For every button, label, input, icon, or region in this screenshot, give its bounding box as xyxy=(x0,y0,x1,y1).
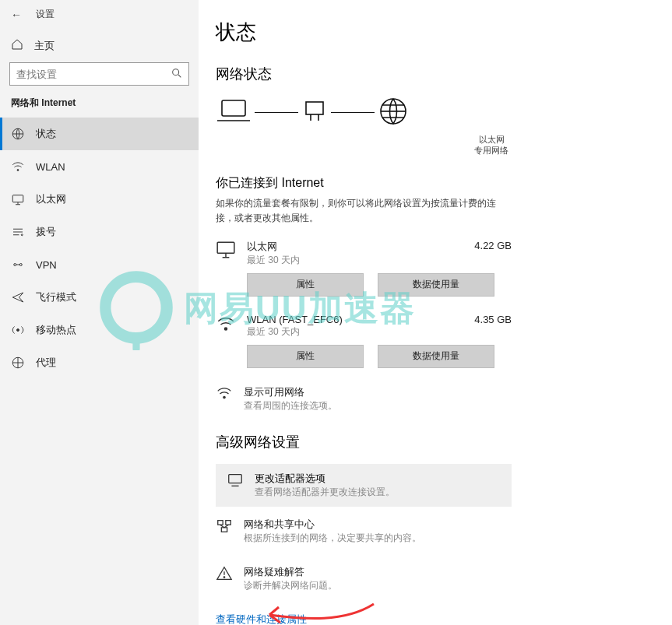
sidebar-item-label: 飞行模式 xyxy=(36,290,76,304)
hardware-link[interactable]: 查看硬件和连接属性 xyxy=(216,613,672,625)
connected-desc: 如果你的流量套餐有限制，则你可以将此网络设置为按流量计费的连接，或者更改其他属性… xyxy=(216,196,496,226)
back-icon[interactable]: ← xyxy=(11,9,22,21)
network-status-heading: 网络状态 xyxy=(216,65,672,83)
search-input[interactable] xyxy=(9,62,189,86)
svg-point-10 xyxy=(19,264,22,266)
sharing-center[interactable]: 网络和共享中心 根据所连接到的网络，决定要共享的内容。 xyxy=(216,518,672,545)
svg-rect-16 xyxy=(222,100,245,116)
wifi-icon xyxy=(11,160,25,174)
network-topology xyxy=(216,96,672,129)
show-available-networks[interactable]: 显示可用网络 查看周围的连接选项。 xyxy=(216,385,672,413)
ethernet-icon xyxy=(11,192,25,206)
adapter-icon xyxy=(227,472,244,491)
svg-rect-32 xyxy=(221,528,227,532)
main-content: 状态 网络状态 以太网 专用网络 你已连接到 Internet 如果你的流量套餐… xyxy=(199,0,672,625)
network-usage: 4.22 GB xyxy=(474,240,512,251)
topology-name: 以太网 xyxy=(311,134,672,145)
search-icon xyxy=(171,67,183,82)
svg-point-0 xyxy=(173,69,179,75)
troubleshoot[interactable]: 网络疑难解答 诊断并解决网络问题。 xyxy=(216,565,672,592)
adapter-options[interactable]: 更改适配器选项 查看网络适配器并更改连接设置。 xyxy=(216,464,512,507)
svg-point-27 xyxy=(223,396,225,398)
wifi-icon xyxy=(216,314,236,336)
link-desc: 查看周围的连接选项。 xyxy=(244,399,337,413)
link-title: 网络和共享中心 xyxy=(244,518,421,532)
sidebar-item-label: 状态 xyxy=(36,127,56,141)
network-sub: 最近 30 天内 xyxy=(247,254,463,267)
svg-rect-28 xyxy=(229,475,242,483)
svg-rect-23 xyxy=(217,242,234,253)
warning-icon xyxy=(216,565,233,592)
hotspot-icon xyxy=(11,323,25,337)
network-row-ethernet: 以太网 最近 30 天内 4.22 GB xyxy=(216,240,512,267)
link-desc: 根据所连接到的网络，决定要共享的内容。 xyxy=(244,532,421,545)
settings-sidebar: ← 设置 主页 网络和 Internet 状态 WLAN xyxy=(0,0,199,625)
svg-point-9 xyxy=(14,264,16,266)
sidebar-item-vpn[interactable]: VPN xyxy=(0,248,199,281)
window-title: 设置 xyxy=(36,8,55,21)
link-desc: 查看网络适配器并更改连接设置。 xyxy=(255,486,395,499)
monitor-icon xyxy=(216,240,236,262)
sidebar-item-hotspot[interactable]: 移动热点 xyxy=(0,314,199,346)
svg-rect-5 xyxy=(12,195,23,202)
home-icon xyxy=(11,38,23,53)
properties-button[interactable]: 属性 xyxy=(247,345,364,368)
router-icon xyxy=(301,97,328,128)
advanced-heading: 高级网络设置 xyxy=(216,433,672,451)
svg-point-26 xyxy=(224,328,227,330)
sidebar-item-label: WLAN xyxy=(36,161,65,173)
svg-point-36 xyxy=(223,577,224,578)
sidebar-item-label: 移动热点 xyxy=(36,323,76,337)
topology-type: 专用网络 xyxy=(311,145,672,156)
sidebar-item-label: VPN xyxy=(36,259,57,271)
sidebar-item-proxy[interactable]: 代理 xyxy=(0,346,199,379)
data-usage-button[interactable]: 数据使用量 xyxy=(378,345,494,368)
sidebar-item-status[interactable]: 状态 xyxy=(0,118,199,150)
data-usage-button[interactable]: 数据使用量 xyxy=(378,273,494,297)
sidebar-item-dialup[interactable]: 拨号 xyxy=(0,216,199,248)
sidebar-item-wlan[interactable]: WLAN xyxy=(0,150,199,183)
sidebar-item-airplane[interactable]: 飞行模式 xyxy=(0,281,199,314)
sidebar-item-label: 以太网 xyxy=(36,192,66,206)
wifi-list-icon xyxy=(216,385,233,413)
link-title: 更改适配器选项 xyxy=(255,472,395,486)
home-nav[interactable]: 主页 xyxy=(0,32,199,62)
properties-button[interactable]: 属性 xyxy=(247,273,364,297)
globe-icon xyxy=(378,96,409,129)
vpn-icon xyxy=(11,258,25,272)
svg-rect-30 xyxy=(218,521,223,525)
home-label: 主页 xyxy=(34,39,55,53)
airplane-icon xyxy=(11,290,25,304)
topology-line xyxy=(331,112,375,113)
section-label: 网络和 Internet xyxy=(0,97,199,118)
network-sub: 最近 30 天内 xyxy=(247,325,463,339)
sidebar-item-label: 代理 xyxy=(36,356,56,370)
status-icon xyxy=(11,127,25,141)
sidebar-nav: 状态 WLAN 以太网 拨号 VPN 飞行模式 xyxy=(0,118,199,379)
sharing-icon xyxy=(216,518,233,545)
sidebar-item-label: 拨号 xyxy=(36,225,56,239)
network-name: WLAN (FAST_EFC6) xyxy=(247,314,463,325)
proxy-icon xyxy=(11,356,25,370)
svg-rect-31 xyxy=(226,521,230,525)
network-name: 以太网 xyxy=(247,240,463,254)
topology-labels: 以太网 专用网络 xyxy=(311,134,672,156)
link-title: 显示可用网络 xyxy=(244,385,337,399)
connected-heading: 你已连接到 Internet xyxy=(216,175,672,191)
link-title: 网络疑难解答 xyxy=(244,565,337,579)
dialup-icon xyxy=(11,225,25,239)
link-desc: 诊断并解决网络问题。 xyxy=(244,579,337,592)
laptop-icon xyxy=(216,97,252,128)
network-row-wlan: WLAN (FAST_EFC6) 最近 30 天内 4.35 GB xyxy=(216,314,512,339)
svg-point-12 xyxy=(17,329,19,332)
search-wrap xyxy=(9,62,189,86)
svg-point-4 xyxy=(17,170,19,171)
svg-point-8 xyxy=(21,234,23,236)
topology-line xyxy=(255,112,298,113)
svg-rect-18 xyxy=(306,102,323,114)
sidebar-item-ethernet[interactable]: 以太网 xyxy=(0,183,199,216)
page-title: 状态 xyxy=(216,19,672,46)
svg-line-1 xyxy=(178,75,181,77)
titlebar: ← 设置 xyxy=(0,5,199,32)
network-usage: 4.35 GB xyxy=(474,314,512,325)
